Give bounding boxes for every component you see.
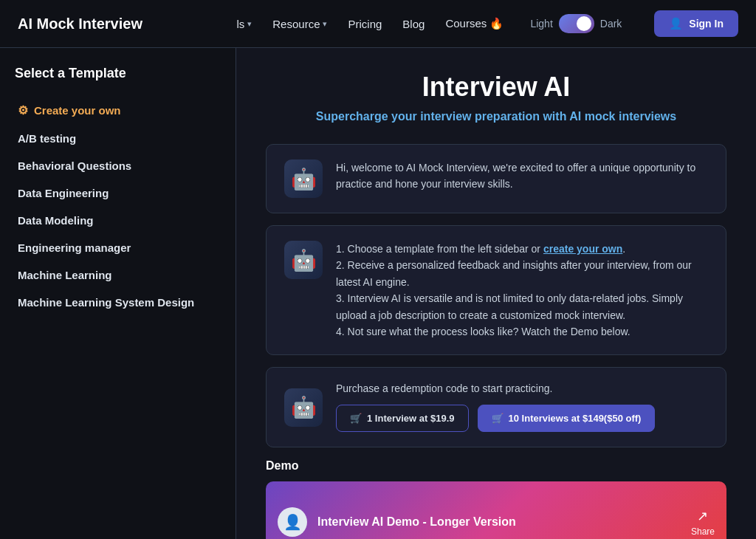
bot-icon-1: 🤖	[284, 159, 323, 198]
single-interview-button[interactable]: 🛒 1 Interview at $19.9	[336, 405, 469, 432]
purchase-content: Purchase a redemption code to start prac…	[336, 382, 655, 432]
nav-link-blog[interactable]: Blog	[402, 18, 425, 30]
page-subtitle: Supercharge your interview preparation w…	[266, 110, 726, 123]
sidebar-item-machine-learning[interactable]: Machine Learning	[15, 261, 221, 289]
nav-link-resource[interactable]: Resource ▾	[272, 18, 327, 30]
demo-section: Demo 👤 Interview AI Demo - Longer Versio…	[266, 459, 726, 539]
light-label: Light	[530, 18, 552, 30]
sidebar-item-ml-system-design-label: Machine Learning System Design	[18, 296, 194, 309]
bundle-interview-button[interactable]: 🛒 10 Interviews at $149($50 off)	[478, 405, 656, 432]
sidebar-item-data-engineering[interactable]: Data Engineering	[15, 179, 221, 207]
nav-link-pricing-label: Pricing	[348, 18, 382, 30]
theme-toggle: Light Dark	[530, 14, 622, 33]
navbar: AI Mock Interview ls ▾ Resource ▾ Pricin…	[0, 0, 756, 48]
signin-label: Sign In	[689, 18, 724, 30]
sidebar-item-data-modeling[interactable]: Data Modeling	[15, 207, 221, 234]
theme-toggle-switch[interactable]	[559, 14, 594, 33]
main-content: Interview AI Supercharge your interview …	[236, 48, 756, 539]
features-card: 🤖 1. Choose a template from the left sid…	[266, 225, 726, 355]
toggle-thumb	[577, 16, 591, 31]
nav-link-ls-label: ls	[236, 18, 244, 30]
sidebar-item-engineering-manager-label: Engineering manager	[18, 241, 131, 254]
nav-link-ls[interactable]: ls ▾	[236, 18, 252, 30]
sidebar-item-create-your-own-label: Create your own	[34, 104, 121, 117]
purchase-buttons: 🛒 1 Interview at $19.9 🛒 10 Interviews a…	[336, 405, 655, 432]
bot-icon-3: 🤖	[284, 388, 323, 427]
sidebar-item-ml-system-design[interactable]: Machine Learning System Design	[15, 289, 221, 316]
sidebar-item-behavioral-questions-label: Behavioral Questions	[18, 159, 131, 172]
demo-label: Demo	[266, 459, 726, 473]
demo-video[interactable]: 👤 Interview AI Demo - Longer Version ↗ S…	[266, 481, 726, 539]
dark-label: Dark	[600, 18, 622, 30]
share-icon: ↗	[697, 508, 708, 524]
sidebar-item-data-engineering-label: Data Engineering	[18, 187, 109, 199]
single-interview-label: 1 Interview at $19.9	[367, 413, 455, 424]
chevron-down-icon: ▾	[323, 19, 327, 29]
welcome-card: 🤖 Hi, welcome to AI Mock Interview, we'r…	[266, 144, 726, 213]
create-your-own-link[interactable]: create your own	[543, 243, 622, 255]
user-icon: 👤	[669, 17, 683, 30]
app-logo: AI Mock Interview	[18, 16, 142, 32]
sidebar: Select a Template ⚙ Create your own A/B …	[0, 48, 236, 539]
cart-icon-single: 🛒	[350, 413, 362, 424]
nav-link-courses-label: Courses 🔥	[445, 17, 504, 30]
sidebar-item-ab-testing-label: A/B testing	[18, 132, 76, 145]
signin-button[interactable]: 👤 Sign In	[654, 10, 738, 37]
purchase-card: 🤖 Purchase a redemption code to start pr…	[266, 367, 726, 447]
nav-link-pricing[interactable]: Pricing	[348, 18, 382, 30]
main-layout: Select a Template ⚙ Create your own A/B …	[0, 48, 756, 539]
page-title: Interview AI	[266, 72, 726, 103]
demo-video-title: Interview AI Demo - Longer Version	[317, 515, 691, 529]
sidebar-item-engineering-manager[interactable]: Engineering manager	[15, 234, 221, 261]
demo-share-button[interactable]: ↗ Share	[691, 508, 715, 537]
demo-share-label: Share	[691, 526, 715, 537]
chevron-down-icon: ▾	[247, 19, 252, 29]
demo-avatar: 👤	[278, 507, 307, 537]
welcome-card-text: Hi, welcome to AI Mock Interview, we're …	[336, 159, 708, 193]
cart-icon-bundle: 🛒	[492, 413, 504, 424]
bot-icon-2: 🤖	[284, 241, 323, 279]
bundle-interview-label: 10 Interviews at $149($50 off)	[509, 413, 642, 424]
sidebar-item-machine-learning-label: Machine Learning	[18, 269, 112, 281]
features-card-text: 1. Choose a template from the left sideb…	[336, 241, 708, 340]
gear-icon: ⚙	[18, 103, 28, 117]
purchase-text: Purchase a redemption code to start prac…	[336, 382, 655, 394]
sidebar-item-ab-testing[interactable]: A/B testing	[15, 125, 221, 152]
nav-link-courses[interactable]: Courses 🔥	[445, 17, 504, 30]
sidebar-title: Select a Template	[15, 66, 221, 81]
sidebar-item-data-modeling-label: Data Modeling	[18, 214, 94, 227]
sidebar-item-behavioral-questions[interactable]: Behavioral Questions	[15, 152, 221, 179]
sidebar-item-create-your-own[interactable]: ⚙ Create your own	[15, 96, 221, 125]
nav-links: ls ▾ Resource ▾ Pricing Blog Courses 🔥 L…	[236, 10, 738, 37]
nav-link-resource-label: Resource	[272, 18, 320, 30]
nav-link-blog-label: Blog	[402, 18, 425, 30]
